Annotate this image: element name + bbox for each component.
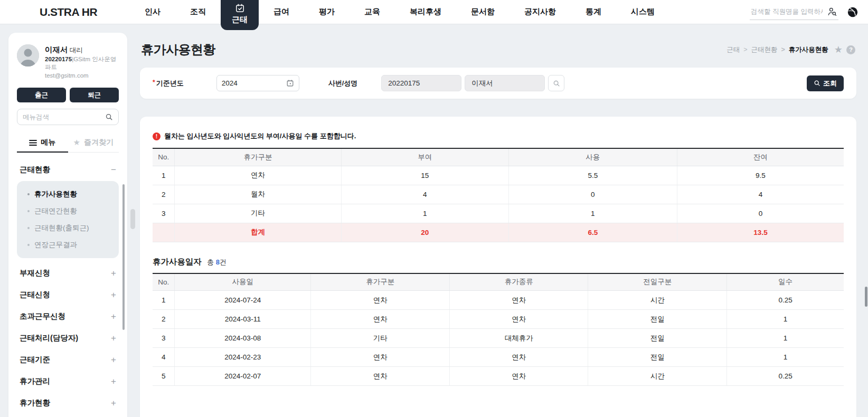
- globe-icon[interactable]: [847, 6, 858, 18]
- sidebar-section[interactable]: 연차촉진 +: [17, 414, 119, 417]
- cell-no: 1: [153, 291, 175, 310]
- section-label: 부재신청: [20, 268, 50, 278]
- sidebar-section[interactable]: 부재신청 +: [17, 262, 119, 284]
- nav-item-label: 평가: [319, 7, 335, 17]
- cell-total-label: 합계: [175, 223, 341, 242]
- profile-title: 대리: [70, 46, 83, 54]
- table-row: 2 월차 4 0 4: [153, 185, 844, 204]
- cell-day-type: 전일: [588, 348, 727, 367]
- nav-item[interactable]: 교육: [350, 0, 395, 24]
- col-header: 사용: [508, 148, 677, 166]
- breadcrumb-label: 근태현황: [751, 46, 778, 53]
- profile-meta: 20220175|GSitm 인사운영파트: [45, 55, 119, 72]
- cell-granted: 1: [341, 204, 508, 223]
- person-search-icon[interactable]: [827, 6, 837, 17]
- search-icon: [105, 113, 113, 121]
- nav-item[interactable]: 인사: [130, 0, 175, 24]
- col-header: 휴가종류: [450, 273, 588, 291]
- submenu-item[interactable]: 근태연간현황: [17, 203, 119, 220]
- cell-days: 1: [727, 348, 844, 367]
- nav-item[interactable]: 조직: [175, 0, 221, 24]
- cell-granted-total: 20: [341, 223, 508, 242]
- table-row: 3 2024-03-08 기타 대체휴가 전일 1: [153, 329, 844, 348]
- breadcrumb-item[interactable]: 근태: [727, 45, 740, 54]
- cell-leave-type: 월차: [175, 185, 341, 204]
- nav-item[interactable]: 시스템: [616, 0, 669, 24]
- nav-item-label: 교육: [364, 7, 380, 17]
- calendar-icon[interactable]: [286, 79, 294, 87]
- cell-leave-type: 연차: [175, 166, 341, 185]
- submenu-item[interactable]: 휴가사용현황: [17, 186, 119, 203]
- employee-search[interactable]: [750, 4, 838, 20]
- cell-used-total: 6.5: [508, 223, 677, 242]
- submenu-item-label: 휴가사용현황: [34, 189, 77, 199]
- tab-favorites[interactable]: ★ 즐겨찾기: [68, 134, 119, 152]
- sidebar-section[interactable]: 근태기준 +: [17, 349, 119, 371]
- cell-days: 1: [727, 329, 844, 348]
- nav-item[interactable]: 공지사항: [510, 0, 571, 24]
- usage-table: No. 사용일 휴가구분 휴가종류 전일구분 일수 1 2024-07: [153, 273, 844, 386]
- filter-bar: *기준년도 사번/성명: [140, 68, 856, 99]
- section-label: 근태현황: [20, 165, 50, 175]
- breadcrumb-item[interactable]: 휴가사용현황: [781, 45, 828, 54]
- sidebar-collapse-handle[interactable]: [130, 209, 135, 229]
- cell-no: 4: [153, 348, 175, 367]
- favorite-star-icon[interactable]: ★: [834, 44, 843, 55]
- sidebar-section[interactable]: 근태처리(담당자) +: [17, 327, 119, 349]
- cell-used: 5.5: [508, 166, 677, 185]
- cell-days: 0.25: [727, 291, 844, 310]
- clock-out-button[interactable]: 퇴근: [70, 88, 119, 102]
- nav-item[interactable]: 문서함: [456, 0, 510, 24]
- page-header: 휴가사용현황 근태 근태현황 휴가사용현황 ★ ?: [140, 33, 856, 68]
- clock-in-button[interactable]: 출근: [17, 88, 66, 102]
- employee-search-input[interactable]: [751, 8, 823, 15]
- tab-menu[interactable]: 메뉴: [17, 134, 68, 152]
- year-field: [216, 75, 299, 91]
- col-header: 부여: [341, 148, 508, 166]
- sidebar-section[interactable]: 휴가관리 +: [17, 371, 119, 392]
- col-header: 휴가구분: [311, 273, 450, 291]
- submenu-item[interactable]: 연장근무결과: [17, 236, 119, 253]
- cell-no: 2: [153, 185, 175, 204]
- nav-item[interactable]: 복리후생: [395, 0, 456, 24]
- cell-leave-type: 기타: [311, 329, 450, 348]
- menu-search-input[interactable]: [23, 113, 102, 121]
- sidebar-section[interactable]: 초과근무신청 +: [17, 306, 119, 327]
- cell-no: 2: [153, 310, 175, 329]
- submenu-item[interactable]: 근태현황(출퇴근): [17, 220, 119, 236]
- breadcrumb-item[interactable]: 근태현황: [743, 45, 777, 54]
- year-input[interactable]: [222, 79, 283, 87]
- usage-header-row: No. 사용일 휴가구분 휴가종류 전일구분 일수: [153, 273, 844, 291]
- nav-item[interactable]: 급여: [259, 0, 304, 24]
- submenu-panel: 휴가사용현황 근태연간현황 근태현황(출퇴근) 연장근무결과: [17, 181, 119, 258]
- page-scrollbar[interactable]: [865, 287, 867, 307]
- cell-no: [153, 223, 175, 242]
- nav-item-label: 인사: [145, 7, 161, 17]
- nav-item-label: 급여: [273, 7, 289, 17]
- sidebar-section[interactable]: 근태신청 +: [17, 284, 119, 306]
- sidebar: 이재서 대리 20220175|GSitm 인사운영파트 test@gsitm.…: [8, 33, 127, 417]
- sidebar-section-expanded[interactable]: 근태현황 −: [17, 159, 119, 181]
- submenu-item-label: 근태연간현황: [34, 206, 77, 216]
- col-header: No.: [153, 273, 175, 291]
- cell-use-date: 2024-03-11: [175, 310, 311, 329]
- nav-item[interactable]: 근태: [221, 0, 259, 30]
- sidebar-scrollbar[interactable]: [122, 184, 125, 330]
- sidebar-tabs: 메뉴 ★ 즐겨찾기: [17, 134, 119, 153]
- app-logo[interactable]: U.STRA HR: [40, 6, 97, 18]
- sidebar-section[interactable]: 휴가현황 +: [17, 392, 119, 414]
- results-panel: ! 월차는 입사년도와 입사익년도의 부여/사용일 수를 포함합니다. No. …: [140, 117, 856, 417]
- employee-lookup-button[interactable]: [548, 75, 564, 91]
- search-button[interactable]: 조회: [807, 75, 844, 91]
- cell-day-type: 시간: [588, 367, 727, 386]
- star-icon: ★: [73, 138, 80, 147]
- col-header: 전일구분: [588, 273, 727, 291]
- total-row: 합계 20 6.5 13.5: [153, 223, 844, 242]
- year-label: *기준년도: [153, 79, 184, 88]
- page-title: 휴가사용현황: [141, 41, 215, 58]
- section-label: 초과근무신청: [20, 311, 65, 321]
- help-icon[interactable]: ?: [846, 45, 855, 54]
- nav-item[interactable]: 통계: [571, 0, 616, 24]
- nav-item[interactable]: 평가: [304, 0, 350, 24]
- menu-search[interactable]: [17, 109, 119, 125]
